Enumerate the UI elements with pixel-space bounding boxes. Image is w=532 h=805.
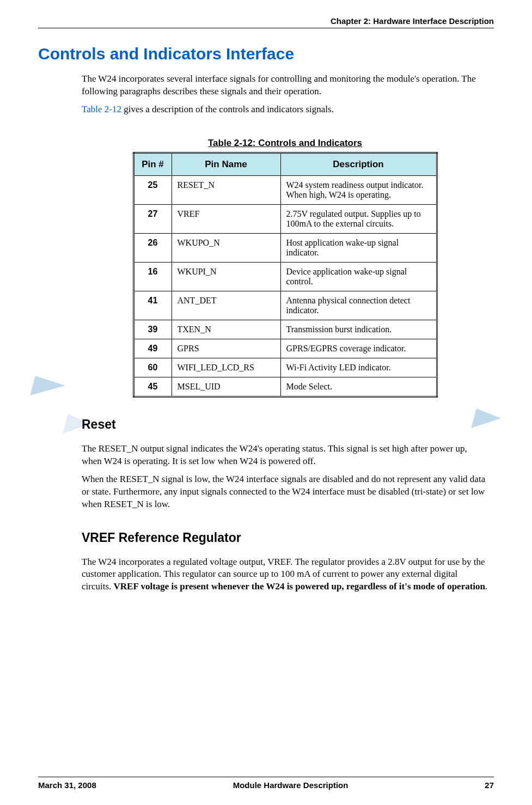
table-row: 25RESET_NW24 system readiness output ind… <box>133 175 437 204</box>
cell-pin: 26 <box>133 233 172 262</box>
cell-name: RESET_N <box>172 175 280 204</box>
table-row: 16WKUPI_NDevice application wake-up sign… <box>133 262 437 291</box>
cell-name: WKUPI_N <box>172 262 280 291</box>
table-row: 41ANT_DETAntenna physical connection det… <box>133 291 437 320</box>
cell-name: TXEN_N <box>172 320 280 339</box>
table-reference-link[interactable]: Table 2-12 <box>82 104 121 114</box>
cell-desc: Host application wake-up signal indicato… <box>280 233 437 262</box>
table-header-pin: Pin # <box>133 153 172 175</box>
cell-desc: Mode Select. <box>280 377 437 397</box>
reset-heading: Reset <box>82 417 488 432</box>
table-title: Table 2-12: Controls and Indicators <box>82 138 488 149</box>
footer-page-number: 27 <box>485 780 494 790</box>
intro-paragraph-2: Table 2-12 gives a description of the co… <box>82 103 488 116</box>
cell-name: WKUPO_N <box>172 233 280 262</box>
table-row: 45MSEL_UIDMode Select. <box>133 377 437 397</box>
reset-paragraph-1: The RESET_N output signal indicates the … <box>82 443 488 468</box>
cell-name: ANT_DET <box>172 291 280 320</box>
cell-desc: 2.75V regulated output. Supplies up to 1… <box>280 204 437 233</box>
cell-pin: 60 <box>133 358 172 377</box>
table-row: 39TXEN_NTransmission burst indication. <box>133 320 437 339</box>
table-row: 27VREF2.75V regulated output. Supplies u… <box>133 204 437 233</box>
cell-name: GPRS <box>172 339 280 358</box>
vref-paragraph-post: . <box>485 581 487 591</box>
table-header-name: Pin Name <box>172 153 280 175</box>
cell-pin: 27 <box>133 204 172 233</box>
cell-pin: 49 <box>133 339 172 358</box>
cell-desc: Wi-Fi Activity LED indicator. <box>280 358 437 377</box>
cell-name: WIFI_LED_LCD_RS <box>172 358 280 377</box>
cell-name: VREF <box>172 204 280 233</box>
chapter-header: Chapter 2: Hardware Interface Descriptio… <box>38 16 494 26</box>
section-title: Controls and Indicators Interface <box>38 45 494 63</box>
intro-paragraph-1: The W24 incorporates several interface s… <box>82 73 488 98</box>
cell-desc: GPRS/EGPRS coverage indicator. <box>280 339 437 358</box>
page-footer: March 31, 2008 Module Hardware Descripti… <box>38 777 494 790</box>
vref-paragraph-1: The W24 incorporates a regulated voltage… <box>82 556 488 594</box>
reset-paragraph-2: When the RESET_N signal is low, the W24 … <box>82 473 488 511</box>
footer-divider <box>38 777 494 777</box>
cell-pin: 39 <box>133 320 172 339</box>
vref-heading: VREF Reference Regulator <box>82 530 488 545</box>
cell-pin: 16 <box>133 262 172 291</box>
header-divider <box>38 28 494 28</box>
table-row: 60WIFI_LED_LCD_RSWi-Fi Activity LED indi… <box>133 358 437 377</box>
footer-title: Module Hardware Description <box>233 780 348 790</box>
vref-paragraph-bold: VREF voltage is present whenever the W24… <box>114 581 485 591</box>
table-row: 49GPRSGPRS/EGPRS coverage indicator. <box>133 339 437 358</box>
cell-desc: Device application wake-up signal contro… <box>280 262 437 291</box>
cell-pin: 41 <box>133 291 172 320</box>
cell-pin: 45 <box>133 377 172 397</box>
table-row: 26WKUPO_NHost application wake-up signal… <box>133 233 437 262</box>
intro-paragraph-2-suffix: gives a description of the controls and … <box>121 104 334 114</box>
cell-desc: Transmission burst indication. <box>280 320 437 339</box>
cell-desc: Antenna physical connection detect indic… <box>280 291 437 320</box>
table-header-desc: Description <box>280 153 437 175</box>
cell-pin: 25 <box>133 175 172 204</box>
footer-date: March 31, 2008 <box>38 780 96 790</box>
cell-name: MSEL_UID <box>172 377 280 397</box>
controls-indicators-table: Pin # Pin Name Description 25RESET_NW24 … <box>133 152 438 398</box>
cell-desc: W24 system readiness output indicator. W… <box>280 175 437 204</box>
